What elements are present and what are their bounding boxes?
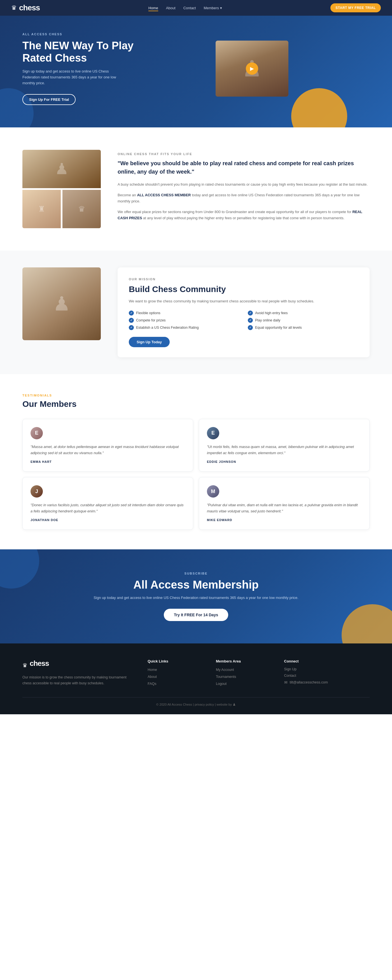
quote-section: ♟ ♜ ♛ ONLINE CHESS THAT FITS YOUR LIFE "… bbox=[0, 127, 392, 251]
footer-brand-col: ♛ chess Our mission is to grow the chess… bbox=[22, 659, 136, 687]
footer-email-link[interactable]: ✉ tilt@allaccesschess.com bbox=[284, 680, 370, 685]
testimonial-text-3: "Donec in varius facilisis justo, curabi… bbox=[30, 502, 185, 514]
check-icon-5: ✓ bbox=[129, 325, 134, 330]
mission-signup-button[interactable]: Sign Up Today bbox=[129, 337, 170, 347]
hero-content: ALL ACCESS CHESS The NEW Way To Play Rat… bbox=[22, 32, 134, 105]
testimonial-author-2: EDDIE JOHNSON bbox=[207, 460, 362, 463]
mission-description: We want to grow the chess community by m… bbox=[129, 298, 359, 304]
footer-signup-link[interactable]: Sign Up bbox=[284, 667, 370, 671]
footer-connect-col: Connect Sign Up Contact ✉ tilt@allaccess… bbox=[284, 659, 370, 687]
subscribe-title: All Access Membership bbox=[11, 579, 381, 591]
footer-quick-links-col: Quick Links Home About FAQs bbox=[148, 659, 205, 687]
feature-flexible: ✓ Flexible options bbox=[129, 310, 239, 315]
testimonial-card-2: E "Ut morbi felis, felis massa quam sit … bbox=[199, 419, 370, 471]
play-video-button[interactable]: ▶ bbox=[246, 62, 258, 75]
nav-about[interactable]: About bbox=[166, 6, 175, 10]
footer-link-home[interactable]: Home bbox=[148, 668, 157, 672]
testimonial-header-2: E bbox=[207, 427, 362, 439]
quote-image-top: ♟ bbox=[22, 150, 101, 188]
footer-grid: ♛ chess Our mission is to grow the chess… bbox=[22, 659, 370, 687]
hero-chess-image: ♟ ▶ bbox=[215, 41, 288, 97]
mission-title: Build Chess Community bbox=[129, 284, 359, 294]
feature-entry-fees: ✓ Avoid high entry fees bbox=[248, 310, 359, 315]
chevron-down-icon: ▾ bbox=[220, 6, 222, 10]
testimonials-grid: E "Massa amet, at dolor tellus pellentes… bbox=[22, 419, 370, 530]
testimonial-author-4: MIKE EDWARD bbox=[207, 518, 362, 522]
testimonial-author-3: JONATHAN DOE bbox=[30, 518, 185, 522]
logo[interactable]: ♛ chess bbox=[11, 3, 40, 12]
quote-image-bottom-right: ♛ bbox=[62, 190, 101, 228]
avatar-jonathan: J bbox=[30, 485, 43, 498]
testimonial-card-1: E "Massa amet, at dolor tellus pellentes… bbox=[22, 419, 193, 471]
testimonials-title: Our Members bbox=[22, 399, 370, 409]
footer-link-faqs[interactable]: FAQs bbox=[148, 682, 156, 686]
footer-link-myaccount[interactable]: My Account bbox=[216, 668, 234, 672]
check-icon-1: ✓ bbox=[129, 310, 134, 315]
footer-quick-links-title: Quick Links bbox=[148, 659, 205, 663]
testimonial-card-4: M "Pulvinar dui vitae enim, diam et null… bbox=[199, 477, 370, 530]
testimonial-card-3: J "Donec in varius facilisis justo, cura… bbox=[22, 477, 193, 530]
mission-section: ♟ OUR MISSION Build Chess Community We w… bbox=[0, 251, 392, 374]
testimonials-section: TESTIMONIALS Our Members E "Massa amet, … bbox=[0, 374, 392, 549]
logo-text: chess bbox=[19, 3, 40, 12]
subscribe-trial-button[interactable]: Try It FREE For 14 Days bbox=[164, 609, 228, 621]
quote-body-1: A busy schedule shouldn't prevent you fr… bbox=[118, 181, 370, 188]
chess-king-icon: ♛ bbox=[11, 4, 17, 11]
hero-eyebrow: ALL ACCESS CHESS bbox=[22, 32, 134, 36]
footer-link-tournaments[interactable]: Tournaments bbox=[216, 675, 236, 679]
quote-body-2: Become an ALL ACCESS CHESS MEMBER today … bbox=[118, 192, 370, 204]
footer-contact-link[interactable]: Contact bbox=[284, 674, 370, 678]
email-icon: ✉ bbox=[284, 680, 288, 685]
check-icon-2: ✓ bbox=[248, 310, 253, 315]
quote-image-bottom-left: ♜ bbox=[22, 190, 61, 228]
features-grid: ✓ Flexible options ✓ Avoid high entry fe… bbox=[129, 310, 359, 330]
check-icon-6: ✓ bbox=[248, 325, 253, 330]
navigation: ♛ chess Home About Contact Members ▾ STA… bbox=[0, 0, 392, 16]
nav-links: Home About Contact Members ▾ bbox=[148, 6, 222, 10]
signup-link-label: Sign Up bbox=[284, 667, 296, 671]
nav-contact[interactable]: Contact bbox=[183, 6, 196, 10]
feature-label-3: Compete for prizes bbox=[136, 318, 166, 322]
testimonial-text-4: "Pulvinar dui vitae enim, diam et nulla … bbox=[207, 502, 362, 514]
footer-mission-text: Our mission is to grow the chess communi… bbox=[22, 675, 136, 687]
nav-members-dropdown[interactable]: Members ▾ bbox=[204, 6, 222, 10]
subscribe-description: Sign up today and get access to live onl… bbox=[11, 595, 381, 600]
main-quote: "We believe you should be able to play r… bbox=[118, 159, 370, 176]
feature-rating: ✓ Establish a US Chess Federation Rating bbox=[129, 325, 239, 330]
testimonials-eyebrow: TESTIMONIALS bbox=[22, 394, 370, 397]
testimonial-header-3: J bbox=[30, 485, 185, 498]
testimonial-text-2: "Ut morbi felis, felis massa quam sit ma… bbox=[207, 444, 362, 456]
mission-content-card: OUR MISSION Build Chess Community We wan… bbox=[118, 267, 370, 357]
quote-body-3: We offer equal place prizes for sections… bbox=[118, 209, 370, 221]
hero-image-area: ♟ ▶ bbox=[134, 41, 370, 97]
footer-link-logout[interactable]: Logout bbox=[216, 682, 226, 686]
hero-signup-button[interactable]: Sign Up For FREE Trial bbox=[22, 94, 76, 105]
footer-members-col: Members Area My Account Tournaments Logo… bbox=[216, 659, 273, 687]
footer-quick-links: Home About FAQs bbox=[148, 667, 205, 686]
hero-description: Sign up today and get access to live onl… bbox=[22, 68, 118, 86]
footer: ♛ chess Our mission is to grow the chess… bbox=[0, 643, 392, 714]
avatar-mike: M bbox=[207, 485, 219, 498]
footer-copyright: © 2020 All Access Chess | privacy policy… bbox=[22, 697, 370, 706]
testimonial-text-1: "Massa amet, at dolor tellus pellentesqu… bbox=[30, 444, 185, 456]
feature-label-1: Flexible options bbox=[136, 311, 161, 315]
feature-label-2: Avoid high entry fees bbox=[255, 311, 288, 315]
contact-link-label: Contact bbox=[284, 674, 296, 678]
play-icon: ▶ bbox=[250, 65, 254, 72]
mission-eyebrow: OUR MISSION bbox=[129, 277, 359, 281]
check-icon-3: ✓ bbox=[129, 318, 134, 323]
testimonial-author-1: EMMA HART bbox=[30, 460, 185, 463]
avatar-emma: E bbox=[30, 427, 43, 439]
feature-label-6: Equal opportunity for all levels bbox=[255, 326, 302, 329]
nav-home[interactable]: Home bbox=[148, 6, 158, 11]
nav-start-trial-button[interactable]: START MY FREE TRIAL bbox=[330, 3, 381, 12]
footer-logo-icon: ♛ bbox=[22, 662, 27, 669]
feature-play-daily: ✓ Play online daily bbox=[248, 318, 359, 323]
quote-eyebrow: ONLINE CHESS THAT FITS YOUR LIFE bbox=[118, 152, 370, 156]
subscribe-section: SUBSCRIBE All Access Membership Sign up … bbox=[0, 549, 392, 643]
footer-link-about[interactable]: About bbox=[148, 675, 157, 679]
footer-email: tilt@allaccesschess.com bbox=[290, 680, 328, 684]
feature-equal: ✓ Equal opportunity for all levels bbox=[248, 325, 359, 330]
footer-members-title: Members Area bbox=[216, 659, 273, 663]
quote-content: ONLINE CHESS THAT FITS YOUR LIFE "We bel… bbox=[118, 152, 370, 226]
